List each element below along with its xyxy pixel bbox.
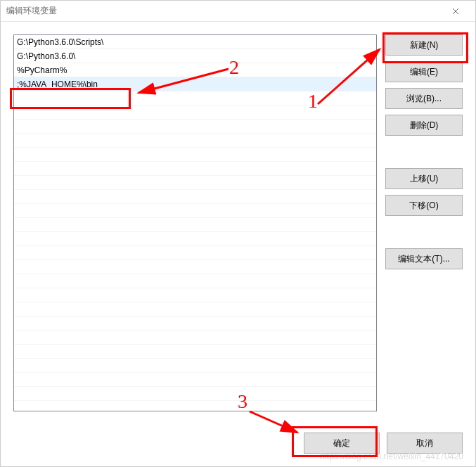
dialog-footer: 确定 取消 bbox=[1, 424, 475, 466]
delete-button[interactable]: 删除(D) bbox=[385, 115, 463, 136]
list-filler bbox=[14, 331, 376, 345]
path-listbox[interactable]: G:\Python3.6.0\Scripts\ G:\Python3.6.0\ … bbox=[13, 34, 377, 411]
list-filler bbox=[14, 302, 376, 316]
spacer bbox=[385, 222, 463, 243]
dialog-window: 编辑环境变量 G:\Python3.6.0\Scripts\ G:\Python… bbox=[0, 0, 476, 467]
list-filler bbox=[14, 134, 376, 148]
new-button[interactable]: 新建(N) bbox=[385, 34, 463, 56]
edit-button[interactable]: 编辑(E) bbox=[385, 61, 463, 82]
list-filler bbox=[14, 218, 376, 232]
titlebar-title: 编辑环境变量 bbox=[6, 5, 442, 17]
list-item[interactable]: G:\Python3.6.0\Scripts\ bbox=[14, 35, 376, 49]
edit-text-button[interactable]: 编辑文本(T)... bbox=[385, 248, 463, 269]
close-icon bbox=[452, 8, 459, 15]
button-column: 新建(N) 编辑(E) 浏览(B)... 删除(D) 上移(U) 下移(O) 编… bbox=[385, 34, 463, 411]
list-filler bbox=[14, 91, 376, 105]
list-filler bbox=[14, 288, 376, 302]
move-down-button[interactable]: 下移(O) bbox=[385, 195, 463, 216]
list-filler bbox=[14, 246, 376, 260]
list-filler bbox=[14, 190, 376, 204]
list-filler bbox=[14, 204, 376, 218]
list-filler bbox=[14, 387, 376, 401]
list-item[interactable]: G:\Python3.6.0\ bbox=[14, 49, 376, 63]
ok-button[interactable]: 确定 bbox=[304, 433, 380, 454]
browse-button[interactable]: 浏览(B)... bbox=[385, 88, 463, 109]
list-filler bbox=[14, 105, 376, 120]
move-up-button[interactable]: 上移(U) bbox=[385, 168, 463, 189]
list-item-selected[interactable]: ;%JAVA_HOME%\bin bbox=[14, 77, 376, 91]
list-filler bbox=[14, 359, 376, 373]
list-filler bbox=[14, 373, 376, 387]
list-filler bbox=[14, 232, 376, 246]
list-filler bbox=[14, 148, 376, 162]
titlebar: 编辑环境变量 bbox=[1, 1, 475, 22]
spacer bbox=[385, 141, 463, 162]
list-item[interactable]: %PyCharm% bbox=[14, 63, 376, 77]
list-filler bbox=[14, 162, 376, 176]
list-filler bbox=[14, 345, 376, 359]
close-button[interactable] bbox=[442, 1, 470, 22]
list-inner: G:\Python3.6.0\Scripts\ G:\Python3.6.0\ … bbox=[14, 35, 376, 411]
list-filler bbox=[14, 120, 376, 134]
list-filler bbox=[14, 260, 376, 274]
list-filler bbox=[14, 274, 376, 288]
list-filler bbox=[14, 316, 376, 331]
cancel-button[interactable]: 取消 bbox=[387, 433, 463, 454]
list-filler bbox=[14, 176, 376, 190]
dialog-content: G:\Python3.6.0\Scripts\ G:\Python3.6.0\ … bbox=[1, 22, 475, 424]
